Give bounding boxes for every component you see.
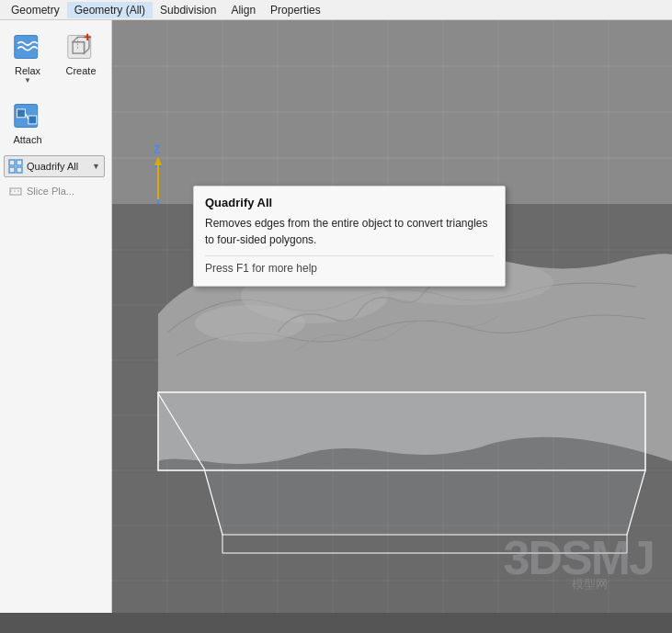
watermark-subtext: 模型网 xyxy=(572,576,608,593)
left-panel: Relax ▼ Create xyxy=(0,20,112,613)
menu-item-properties[interactable]: Properties xyxy=(263,2,328,18)
tooltip-popup: Quadrify All Removes edges from the enti… xyxy=(193,186,506,287)
create-icon xyxy=(64,30,97,63)
tool-row-2: Attach xyxy=(4,95,108,150)
create-button[interactable]: Create xyxy=(57,26,105,89)
quadrify-all-button[interactable]: Quadrify All ▼ xyxy=(4,155,105,177)
svg-text:Z: Z xyxy=(154,143,160,156)
svg-rect-11 xyxy=(17,160,22,165)
svg-rect-10 xyxy=(9,160,15,165)
slice-plane-label: Slice Pla... xyxy=(27,186,74,197)
svg-point-49 xyxy=(195,305,305,342)
tooltip-description: Removes edges from the entire object to … xyxy=(205,215,494,248)
menu-item-subdivision[interactable]: Subdivision xyxy=(153,2,223,18)
svg-rect-9 xyxy=(28,116,37,124)
slice-plane-button[interactable]: Slice Pla... xyxy=(4,181,108,201)
create-label: Create xyxy=(65,65,96,76)
slice-plane-icon xyxy=(8,184,23,198)
viewport[interactable]: Z 3DSMJ 模型网 Quadrify All Removes edges f… xyxy=(112,20,672,613)
quadrify-all-label: Quadrify All xyxy=(27,161,78,172)
viewport-scene: Z xyxy=(112,20,672,613)
menu-item-align[interactable]: Align xyxy=(223,2,263,18)
relax-dropdown-arrow: ▼ xyxy=(24,76,31,85)
svg-rect-12 xyxy=(9,167,15,173)
tooltip-title: Quadrify All xyxy=(205,196,494,209)
relax-label: Relax xyxy=(15,65,40,76)
tooltip-help: Press F1 for more help xyxy=(205,255,494,275)
attach-button[interactable]: Attach xyxy=(4,95,51,150)
attach-label: Attach xyxy=(13,134,41,145)
menu-item-geometry-all[interactable]: Geometry (All) xyxy=(67,2,153,18)
main-area: Relax ▼ Create xyxy=(0,20,672,613)
menu-item-geometry[interactable]: Geometry xyxy=(4,2,67,18)
quadrify-icon xyxy=(8,159,23,174)
svg-rect-8 xyxy=(17,109,25,118)
relax-icon xyxy=(11,30,44,63)
svg-rect-13 xyxy=(17,167,22,173)
relax-button[interactable]: Relax ▼ xyxy=(4,26,51,89)
tool-row-1: Relax ▼ Create xyxy=(4,26,108,89)
menu-bar: Geometry Geometry (All) Subdivision Alig… xyxy=(0,0,672,20)
attach-icon xyxy=(11,99,44,132)
quadrify-dropdown-arrow: ▼ xyxy=(92,162,100,171)
